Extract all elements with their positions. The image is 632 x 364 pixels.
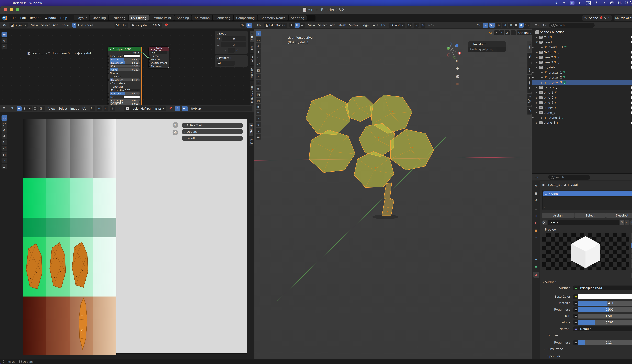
- uv-canvas[interactable]: ✳✳ ▭◯⊕✚↻⤢◧✎∠ ⊕ ✥ ›Active Tool∷∷›Options∷…: [0, 112, 254, 359]
- preview-world-button[interactable]: ◍: [630, 274, 632, 278]
- copy-material-icon[interactable]: ⧉: [155, 24, 157, 27]
- surface-row-surface[interactable]: SurfacePrincipled BSDF: [540, 286, 632, 290]
- tool-cursor[interactable]: ⊕: [2, 38, 7, 43]
- tab-material[interactable]: ◕: [533, 272, 539, 278]
- outliner-row-tree_1[interactable]: ▶tree_1▼9✓◉: [532, 50, 632, 55]
- slot-grip[interactable]: ∷∷: [543, 206, 632, 209]
- node-name-field[interactable]: ⧉: [222, 36, 246, 41]
- preview-cloth[interactable]: ⛶: [630, 259, 632, 264]
- proportional-edit-icon[interactable]: ◎: [110, 106, 115, 111]
- topbar-menu-help[interactable]: Help: [58, 16, 69, 20]
- tool-tweak[interactable]: ➤: [256, 31, 261, 36]
- side-tab-item[interactable]: Item: [528, 41, 532, 52]
- material-users-button[interactable]: 3: [620, 220, 624, 225]
- input-ior-level[interactable]: IOR Level0.500: [108, 92, 142, 95]
- workspace-tab-rendering[interactable]: Rendering: [213, 15, 233, 20]
- app-menu-window[interactable]: Window: [29, 1, 42, 5]
- tool-rotate[interactable]: ↻: [256, 55, 261, 61]
- display-mode-icon[interactable]: ≡⌄: [542, 22, 547, 28]
- shader-menu-add[interactable]: Add: [51, 23, 60, 27]
- input-tint[interactable]: Tint: [108, 95, 142, 98]
- copy-image-icon[interactable]: ⧉: [155, 107, 157, 110]
- tool-move[interactable]: ✚: [2, 134, 7, 139]
- editor-type-icon[interactable]: ☰⌄: [534, 175, 540, 180]
- editor-type-icon[interactable]: ◉⌄: [2, 22, 8, 28]
- tab-constraints[interactable]: ⊙: [533, 257, 539, 263]
- tool-polybuild[interactable]: △: [256, 116, 261, 121]
- tool-extrude[interactable]: ⊞: [256, 86, 261, 91]
- side-tab-view[interactable]: View: [250, 54, 254, 65]
- xray-toggle-icon[interactable]: ⤯⌄: [482, 22, 488, 28]
- preview-cube[interactable]: ⧈: [630, 244, 632, 248]
- outliner-search[interactable]: Search: [549, 22, 594, 28]
- tool-annotate[interactable]: ✎: [2, 158, 7, 163]
- outliner-row-cloud-001[interactable]: ▶▼cloud.001▽◡: [532, 45, 632, 50]
- viewport-menu-vertex[interactable]: Vertex: [348, 23, 360, 27]
- node-label-field[interactable]: ⧉: [221, 42, 246, 47]
- camera-view-icon[interactable]: ◙: [455, 74, 460, 78]
- workspace-tab-texture-paint[interactable]: Texture Paint: [150, 15, 174, 20]
- tool-loopcut[interactable]: ≣: [256, 104, 261, 109]
- node-canvas[interactable]: ▣crystal_3 ›▽Icosphere.003 ›◕crystal ▭⊕✎…: [0, 29, 254, 105]
- tool-transform[interactable]: ◧: [2, 152, 7, 157]
- viewlayer-selector[interactable]: ❏⌄ ViewLayer ⧉ ✕: [614, 15, 632, 21]
- tab-render[interactable]: ◙: [533, 190, 539, 196]
- shading-wireframe-button[interactable]: ◍: [508, 22, 513, 28]
- overlay-panel-options[interactable]: ›Options∷∷: [182, 129, 243, 134]
- section-specular[interactable]: ⌄Specular: [108, 85, 142, 88]
- pivot-dropdown[interactable]: ⟟⌄: [90, 106, 95, 111]
- tool-transform[interactable]: ◧: [256, 68, 261, 73]
- outliner-row-pine_3[interactable]: ▶pine_3▼✓◡: [532, 100, 632, 105]
- material-name-field[interactable]: crystal: [138, 24, 148, 27]
- outliner-row-stones[interactable]: ▶stones▼✓◡: [532, 105, 632, 110]
- material-users-count[interactable]: 3: [149, 24, 150, 27]
- tab-object-data[interactable]: ▽: [533, 264, 539, 270]
- shader-mode-dropdown[interactable]: ▣Object⌄: [9, 22, 28, 28]
- side-tab-node[interactable]: Node: [250, 31, 254, 42]
- section-subsurface[interactable]: ›Subsurface: [544, 347, 563, 351]
- preview-hair[interactable]: ∿: [630, 248, 632, 253]
- search-icon[interactable]: ⌕: [602, 1, 607, 5]
- outliner-row-tree_2[interactable]: ▶tree_2▼7✓◡: [532, 55, 632, 60]
- shader-menu-view[interactable]: View: [30, 23, 40, 27]
- input-normal[interactable]: Normal: [108, 71, 142, 75]
- socket-in-surface[interactable]: Surface: [149, 54, 169, 58]
- app-menu-blender[interactable]: Blender: [12, 1, 26, 5]
- topbar-menu-file[interactable]: File: [10, 16, 18, 20]
- snap-icon[interactable]: ∪: [97, 106, 102, 111]
- section-specular[interactable]: ⌄Specular: [544, 354, 560, 358]
- mode-dropdown[interactable]: ▦Edit Mode⌄: [264, 22, 287, 28]
- tab-particles[interactable]: ∴: [533, 242, 539, 248]
- topbar-menu-render[interactable]: Render: [28, 16, 42, 20]
- select-button[interactable]: Select: [574, 213, 606, 218]
- surface-row-normal[interactable]: NormalDefault: [540, 326, 632, 332]
- pin-icon[interactable]: 📌: [168, 106, 173, 111]
- close-window-button[interactable]: [4, 8, 7, 12]
- tab-object[interactable]: ▣: [533, 228, 539, 233]
- tool-annotate[interactable]: ✎: [2, 44, 7, 49]
- workspace-tab-modeling[interactable]: Modeling: [90, 15, 108, 20]
- socket-out-bsdf[interactable]: BSDF: [108, 51, 142, 54]
- tab-output[interactable]: ⎙: [533, 198, 539, 204]
- outliner-row-crystal_3[interactable]: ▶▼crystal_3▽◉: [532, 80, 632, 85]
- select-mode-vertex-button[interactable]: ▪: [289, 22, 294, 28]
- outliner-row-crystal_2[interactable]: ▶▼crystal_2▽◡: [532, 75, 632, 80]
- delete-scene-button[interactable]: ✕: [608, 16, 610, 19]
- mirror-icon[interactable]: 🦋: [488, 30, 493, 35]
- node-panel[interactable]: ⌄ Node∷ Na⧉ La⧉ ≡C: [215, 31, 248, 54]
- tool-scale[interactable]: ⤢: [256, 62, 261, 67]
- wifi-icon[interactable]: [594, 1, 599, 5]
- side-tab-vr[interactable]: VR: [528, 106, 532, 115]
- tab-tool[interactable]: ⚒: [533, 183, 539, 189]
- tool-bevel[interactable]: ◰: [256, 98, 261, 103]
- outliner-row-pine_1[interactable]: ▶pine_1▼✓◡: [532, 90, 632, 95]
- tab-modifiers[interactable]: ✢: [533, 235, 539, 241]
- tool-spin[interactable]: ↺: [256, 122, 261, 128]
- principled-bsdf-node[interactable]: ⌄Principled BSDF BSDFBase ColorMetallic0…: [108, 47, 142, 105]
- workspace-tab-sculpting[interactable]: Sculpting: [109, 15, 128, 20]
- side-tab-image[interactable]: Image: [249, 123, 253, 136]
- input-roughness[interactable]: Roughness0.500: [108, 61, 142, 64]
- snap-dashed-icon[interactable]: ⬚: [511, 30, 516, 35]
- workspace-tab-animation[interactable]: Animation: [192, 15, 212, 20]
- tab-physics[interactable]: ◌: [533, 250, 539, 256]
